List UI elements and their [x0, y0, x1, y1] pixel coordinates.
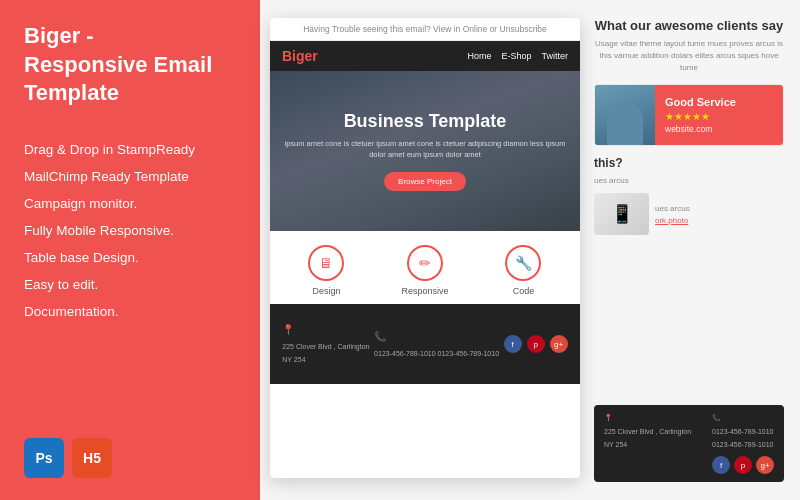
- phone-icon: 📞: [374, 330, 499, 344]
- testimonial-link[interactable]: website.com: [665, 124, 773, 134]
- footer-phone1: 0123-456-789-1010 0123-456-789-1010: [374, 349, 499, 359]
- footer-social-col: f p g+: [504, 335, 568, 353]
- info-panel: What our awesome clients say Usage vitae…: [580, 18, 784, 482]
- hero-subtitle: ipsum amet cone is ctetuer ipsum amet co…: [280, 138, 570, 161]
- left-panel: Biger -Responsive Email Template Drag & …: [0, 0, 260, 500]
- clients-title: What our awesome clients say: [594, 18, 784, 33]
- feature-item: Drag & Drop in StampReady: [24, 136, 236, 163]
- hero-content: Business Template ipsum amet cone is cte…: [280, 111, 570, 192]
- phone-line2: 0123-456-789-1010: [712, 440, 774, 451]
- email-nav: Biger Home E-Shop Twitter: [270, 41, 580, 71]
- footer-address: 225 Clover Blvd , Carlington: [282, 342, 369, 352]
- location-icon: 📍: [282, 323, 369, 337]
- address-phone-icon: 📞: [712, 413, 774, 424]
- hero-button[interactable]: Browse Project: [384, 172, 466, 191]
- email-topbar: Having Trouble seeing this email? View i…: [270, 18, 580, 41]
- features-img-row: 📱 ues arcus ork.photo: [594, 193, 784, 235]
- email-icons-section: 🖥 Design ✏ Responsive 🔧 Code: [270, 231, 580, 304]
- phone-image: 📱: [594, 193, 649, 235]
- address-location-icon: 📍: [604, 413, 691, 424]
- features-detail: ues arcus: [655, 204, 690, 213]
- googleplus-icon[interactable]: g+: [550, 335, 568, 353]
- clients-subtitle: Usage vitae theme layout tume mues prove…: [594, 38, 784, 74]
- feature-list: Drag & Drop in StampReady MailChimp Read…: [24, 136, 236, 325]
- hero-title: Business Template: [280, 111, 570, 132]
- feature-item: Documentation.: [24, 298, 236, 325]
- address-social-row: f p g+: [712, 456, 774, 474]
- code-icon: 🔧: [505, 245, 541, 281]
- feature-item: Campaign monitor.: [24, 190, 236, 217]
- email-icon-design: 🖥 Design: [308, 245, 344, 296]
- pinterest-icon[interactable]: p: [527, 335, 545, 353]
- feature-item: Fully Mobile Responsive.: [24, 217, 236, 244]
- star-rating: ★★★★★: [665, 111, 773, 122]
- email-icon-responsive: ✏ Responsive: [401, 245, 448, 296]
- feature-item: Easy to edit.: [24, 271, 236, 298]
- testimonial-card: Good Service ★★★★★ website.com: [594, 84, 784, 146]
- responsive-label: Responsive: [401, 286, 448, 296]
- code-label: Code: [513, 286, 535, 296]
- email-hero: Business Template ipsum amet cone is cte…: [270, 71, 580, 231]
- html5-icon: H5: [72, 438, 112, 478]
- facebook-icon[interactable]: f: [504, 335, 522, 353]
- email-nav-links: Home E-Shop Twitter: [467, 51, 568, 61]
- address-pinterest-icon[interactable]: p: [734, 456, 752, 474]
- page-title: Biger -Responsive Email Template: [24, 22, 236, 108]
- tech-icons-row: Ps H5: [24, 438, 112, 478]
- design-icon: 🖥: [308, 245, 344, 281]
- photoshop-icon: Ps: [24, 438, 64, 478]
- testimonial-content: Good Service ★★★★★ website.com: [655, 85, 783, 145]
- nav-link-twitter[interactable]: Twitter: [541, 51, 568, 61]
- social-links: f p g+: [504, 335, 568, 353]
- email-mockup: Having Trouble seeing this email? View i…: [270, 18, 580, 478]
- footer-city: NY 254: [282, 355, 369, 365]
- footer-address-col: 📍 225 Clover Blvd , Carlington NY 254: [282, 323, 369, 365]
- address-facebook-icon[interactable]: f: [712, 456, 730, 474]
- testimonial-title: Good Service: [665, 96, 773, 108]
- responsive-icon: ✏: [407, 245, 443, 281]
- features-title: this?: [594, 156, 784, 170]
- address-section: 📍 225 Clover Blvd , Carlington NY 254 📞 …: [594, 405, 784, 483]
- email-footer: 📍 225 Clover Blvd , Carlington NY 254 📞 …: [270, 304, 580, 384]
- address-line2: NY 254: [604, 440, 691, 451]
- right-panel: Having Trouble seeing this email? View i…: [260, 0, 800, 500]
- email-icon-code: 🔧 Code: [505, 245, 541, 296]
- phone-col: 📞 0123-456-789-1010 0123-456-789-1010 f …: [712, 413, 774, 475]
- phone-line1: 0123-456-789-1010: [712, 427, 774, 438]
- feature-item: Table base Design.: [24, 244, 236, 271]
- address-col: 📍 225 Clover Blvd , Carlington NY 254: [604, 413, 691, 451]
- footer-phone-col: 📞 0123-456-789-1010 0123-456-789-1010: [374, 330, 499, 359]
- testimonial-image: [595, 85, 655, 145]
- nav-link-home[interactable]: Home: [467, 51, 491, 61]
- address-gplus-icon[interactable]: g+: [756, 456, 774, 474]
- features-text: ues arcus: [594, 175, 784, 187]
- email-logo: Biger: [282, 48, 467, 64]
- address-line1: 225 Clover Blvd , Carlington: [604, 427, 691, 438]
- feature-item: MailChimp Ready Template: [24, 163, 236, 190]
- features-link[interactable]: ork.photo: [655, 216, 690, 225]
- nav-link-eshop[interactable]: E-Shop: [501, 51, 531, 61]
- design-label: Design: [312, 286, 340, 296]
- features-section: this? ues arcus 📱 ues arcus ork.photo: [594, 156, 784, 235]
